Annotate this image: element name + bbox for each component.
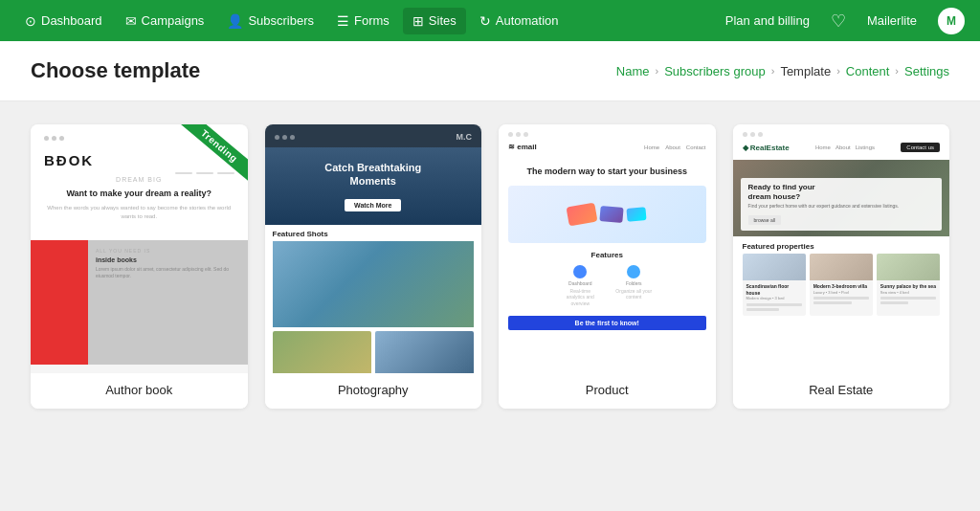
template-card-author-book[interactable]: Trending BÐOK DREAM BIG Want to make you… — [31, 124, 248, 409]
nav-item-dashboard[interactable]: ⊙ Dashboard — [15, 8, 112, 34]
nav-label-automation: Automation — [496, 13, 559, 28]
nav-item-sites[interactable]: ⊞ Sites — [403, 8, 466, 34]
avatar[interactable]: M — [938, 8, 965, 34]
product-mockup: ≋ email Home About Contact The modern wa… — [499, 124, 716, 373]
campaigns-icon: ✉ — [125, 13, 137, 29]
nav-label-dashboard: Dashboard — [41, 13, 102, 28]
nav-right: Plan and billing ♡ Mailerlite M — [716, 8, 965, 34]
automation-icon: ↻ — [479, 13, 491, 29]
breadcrumb: Name › Subscribers group › Template › Co… — [616, 64, 949, 78]
template-card-real-estate[interactable]: ◆ RealEstate Home About Listings Contact… — [733, 124, 950, 409]
breadcrumb-sep-2: › — [771, 65, 775, 77]
navbar: ⊙ Dashboard ✉ Campaigns 👤 Subscribers ☰ … — [0, 0, 980, 41]
card-label-product: Product — [499, 373, 716, 409]
breadcrumb-subscribers-group[interactable]: Subscribers group — [664, 64, 766, 78]
forms-icon: ☰ — [337, 13, 349, 29]
subscribers-icon: 👤 — [227, 13, 243, 29]
template-card-product[interactable]: ≋ email Home About Contact The modern wa… — [499, 124, 716, 409]
card-label-photography: Photography — [265, 373, 482, 409]
card-preview-author-book: Trending BÐOK DREAM BIG Want to make you… — [31, 124, 248, 373]
heart-icon[interactable]: ♡ — [831, 11, 846, 32]
template-card-photography[interactable]: M.C Catch BreathtakingMoments Watch More… — [265, 124, 482, 409]
nav-item-forms[interactable]: ☰ Forms — [327, 8, 399, 34]
page-header: Choose template Name › Subscribers group… — [0, 41, 980, 101]
sites-icon: ⊞ — [412, 13, 424, 29]
real-estate-mockup: ◆ RealEstate Home About Listings Contact… — [733, 124, 950, 373]
page-title: Choose template — [31, 58, 200, 83]
nav-label-forms: Forms — [354, 13, 390, 28]
breadcrumb-name[interactable]: Name — [616, 64, 650, 78]
card-preview-product: ≋ email Home About Contact The modern wa… — [499, 124, 716, 373]
nav-label-subscribers: Subscribers — [248, 13, 314, 28]
main-content: Trending BÐOK DREAM BIG Want to make you… — [0, 101, 980, 511]
brand-label: Mailerlite — [858, 8, 926, 33]
card-preview-photography: M.C Catch BreathtakingMoments Watch More… — [265, 124, 482, 373]
card-label-real-estate: Real Estate — [733, 373, 950, 409]
card-label-author-book: Author book — [31, 373, 248, 409]
nav-left: ⊙ Dashboard ✉ Campaigns 👤 Subscribers ☰ … — [15, 8, 568, 34]
breadcrumb-template[interactable]: Template — [780, 64, 831, 78]
templates-grid: Trending BÐOK DREAM BIG Want to make you… — [31, 124, 949, 409]
plan-billing-link[interactable]: Plan and billing — [716, 8, 819, 33]
photography-mockup: M.C Catch BreathtakingMoments Watch More… — [265, 124, 482, 373]
nav-item-automation[interactable]: ↻ Automation — [470, 8, 568, 34]
card-preview-real-estate: ◆ RealEstate Home About Listings Contact… — [733, 124, 950, 373]
nav-item-subscribers[interactable]: 👤 Subscribers — [217, 8, 323, 34]
breadcrumb-sep-4: › — [895, 65, 899, 77]
breadcrumb-sep-3: › — [836, 65, 840, 77]
breadcrumb-sep-1: › — [656, 65, 659, 77]
nav-label-campaigns: Campaigns — [142, 13, 205, 28]
nav-label-sites: Sites — [429, 13, 457, 28]
breadcrumb-settings[interactable]: Settings — [904, 64, 949, 78]
plan-billing-label: Plan and billing — [725, 13, 810, 28]
nav-item-campaigns[interactable]: ✉ Campaigns — [116, 8, 214, 34]
dashboard-icon: ⊙ — [25, 13, 36, 29]
breadcrumb-content[interactable]: Content — [846, 64, 890, 78]
author-book-mockup: BÐOK DREAM BIG Want to make your dream a… — [31, 124, 248, 365]
